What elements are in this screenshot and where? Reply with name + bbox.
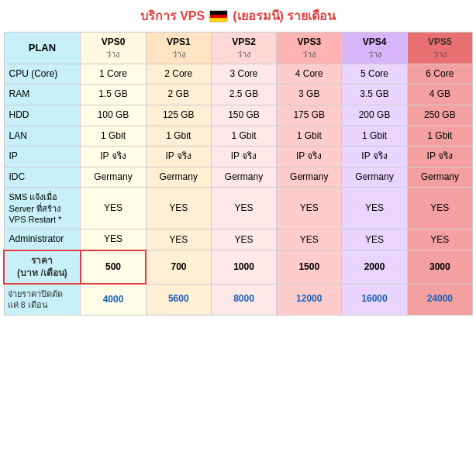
title-country-text: (เยอรมนี) รายเดือน	[233, 6, 336, 26]
annual-vps1: 5600	[146, 284, 211, 315]
vps0-header: VPS0 ว่าง	[81, 33, 146, 64]
idc-vps4: Germany	[342, 167, 407, 188]
ip-vps0: IP จริง	[81, 147, 146, 167]
cpu-vps0: 1 Core	[81, 64, 146, 85]
vps2-sub: ว่าง	[215, 49, 273, 60]
vps4-name: VPS4	[345, 36, 403, 49]
hdd-row: HDD 100 GB 125 GB 150 GB 175 GB 200 GB 2…	[4, 105, 473, 126]
cpu-vps1: 2 Core	[146, 64, 211, 85]
price-vps4: 2000	[342, 250, 407, 284]
cpu-vps4: 5 Core	[342, 64, 407, 85]
cpu-vps3: 4 Core	[277, 64, 342, 85]
sms-vps5: YES	[407, 188, 472, 229]
vps0-name: VPS0	[84, 36, 142, 49]
annual-vps2: 8000	[211, 284, 276, 315]
ip-vps2: IP จริง	[211, 147, 276, 167]
vps2-name: VPS2	[215, 36, 273, 49]
ip-vps5: IP จริง	[407, 147, 472, 167]
annual-vps3: 12000	[277, 284, 342, 315]
ip-row: IP IP จริง IP จริง IP จริง IP จริง IP จร…	[4, 147, 473, 167]
sms-vps4: YES	[342, 188, 407, 229]
title-vps-text: บริการ VPS	[140, 6, 205, 26]
admin-vps4: YES	[342, 229, 407, 250]
admin-vps5: YES	[407, 229, 472, 250]
idc-vps5: Germany	[407, 167, 472, 188]
main-container: บริการ VPS (เยอรมนี) รายเดือน PLAN VPS0 …	[0, 0, 476, 322]
admin-vps1: YES	[146, 229, 211, 250]
price-vps2: 1000	[211, 250, 276, 284]
vps3-name: VPS3	[280, 36, 338, 49]
sms-vps1: YES	[146, 188, 211, 229]
admin-vps3: YES	[277, 229, 342, 250]
cpu-row: CPU (Core) 1 Core 2 Core 3 Core 4 Core 5…	[4, 64, 473, 85]
vps5-sub: ว่าง	[411, 49, 469, 60]
vps3-sub: ว่าง	[280, 49, 338, 60]
ram-vps5: 4 GB	[407, 85, 472, 105]
admin-row: Administrator YES YES YES YES YES YES	[4, 229, 473, 250]
germany-flag-icon	[209, 10, 228, 22]
hdd-vps5: 250 GB	[407, 105, 472, 126]
vps4-sub: ว่าง	[345, 49, 403, 60]
vps1-sub: ว่าง	[150, 49, 208, 60]
lan-vps2: 1 Gbit	[211, 126, 276, 147]
vps5-header: VPS5 ว่าง	[407, 33, 472, 64]
lan-vps5: 1 Gbit	[407, 126, 472, 147]
hdd-vps1: 125 GB	[146, 105, 211, 126]
annual-label: จ่ายราคาปิดตัดแค่ 8 เดือน	[4, 284, 81, 315]
sms-vps2: YES	[211, 188, 276, 229]
vps1-name: VPS1	[150, 36, 208, 49]
ram-vps4: 3.5 GB	[342, 85, 407, 105]
ram-vps0: 1.5 GB	[81, 85, 146, 105]
sms-vps3: YES	[277, 188, 342, 229]
vps4-header: VPS4 ว่าง	[342, 33, 407, 64]
hdd-label: HDD	[4, 105, 81, 126]
ram-vps2: 2.5 GB	[211, 85, 276, 105]
lan-vps4: 1 Gbit	[342, 126, 407, 147]
idc-vps2: Germany	[211, 167, 276, 188]
admin-label: Administrator	[4, 229, 81, 250]
hdd-vps2: 150 GB	[211, 105, 276, 126]
vps0-sub: ว่าง	[84, 49, 142, 60]
annual-vps5: 24000	[407, 284, 472, 315]
ram-row: RAM 1.5 GB 2 GB 2.5 GB 3 GB 3.5 GB 4 GB	[4, 85, 473, 105]
cpu-label: CPU (Core)	[4, 64, 81, 85]
ram-label: RAM	[4, 85, 81, 105]
ip-vps3: IP จริง	[277, 147, 342, 167]
price-label: ราคา(บาท /เดือน)	[4, 250, 81, 284]
price-vps1: 700	[146, 250, 211, 284]
ram-vps3: 3 GB	[277, 85, 342, 105]
lan-row: LAN 1 Gbit 1 Gbit 1 Gbit 1 Gbit 1 Gbit 1…	[4, 126, 473, 147]
annual-vps4: 16000	[342, 284, 407, 315]
idc-vps1: Germany	[146, 167, 211, 188]
price-vps3: 1500	[277, 250, 342, 284]
lan-vps3: 1 Gbit	[277, 126, 342, 147]
vps1-header: VPS1 ว่าง	[146, 33, 211, 64]
price-vps5: 3000	[407, 250, 472, 284]
cpu-vps5: 6 Core	[407, 64, 472, 85]
plan-header: PLAN	[4, 33, 81, 64]
ip-vps4: IP จริง	[342, 147, 407, 167]
cpu-vps2: 3 Core	[211, 64, 276, 85]
header-row: PLAN VPS0 ว่าง VPS1 ว่าง VPS2 ว่าง VPS3 …	[4, 33, 473, 64]
vps5-name: VPS5	[411, 36, 469, 49]
ram-vps1: 2 GB	[146, 85, 211, 105]
annual-row: จ่ายราคาปิดตัดแค่ 8 เดือน 4000 5600 8000…	[4, 284, 473, 315]
hdd-vps4: 200 GB	[342, 105, 407, 126]
ip-label: IP	[4, 147, 81, 167]
idc-row: IDC Germany Germany Germany Germany Germ…	[4, 167, 473, 188]
idc-vps3: Germany	[277, 167, 342, 188]
idc-vps0: Germany	[81, 167, 146, 188]
price-vps0: 500	[81, 250, 146, 284]
sms-label: SMS แจ้งเมื่อ Server ที่สร้าง VPS Restar…	[4, 188, 81, 229]
vps-table: PLAN VPS0 ว่าง VPS1 ว่าง VPS2 ว่าง VPS3 …	[3, 32, 473, 316]
vps2-header: VPS2 ว่าง	[211, 33, 276, 64]
page-title: บริการ VPS (เยอรมนี) รายเดือน	[3, 6, 473, 26]
admin-vps0: YES	[81, 229, 146, 250]
hdd-vps3: 175 GB	[277, 105, 342, 126]
vps3-header: VPS3 ว่าง	[277, 33, 342, 64]
hdd-vps0: 100 GB	[81, 105, 146, 126]
lan-vps1: 1 Gbit	[146, 126, 211, 147]
admin-vps2: YES	[211, 229, 276, 250]
annual-vps0: 4000	[81, 284, 146, 315]
lan-label: LAN	[4, 126, 81, 147]
